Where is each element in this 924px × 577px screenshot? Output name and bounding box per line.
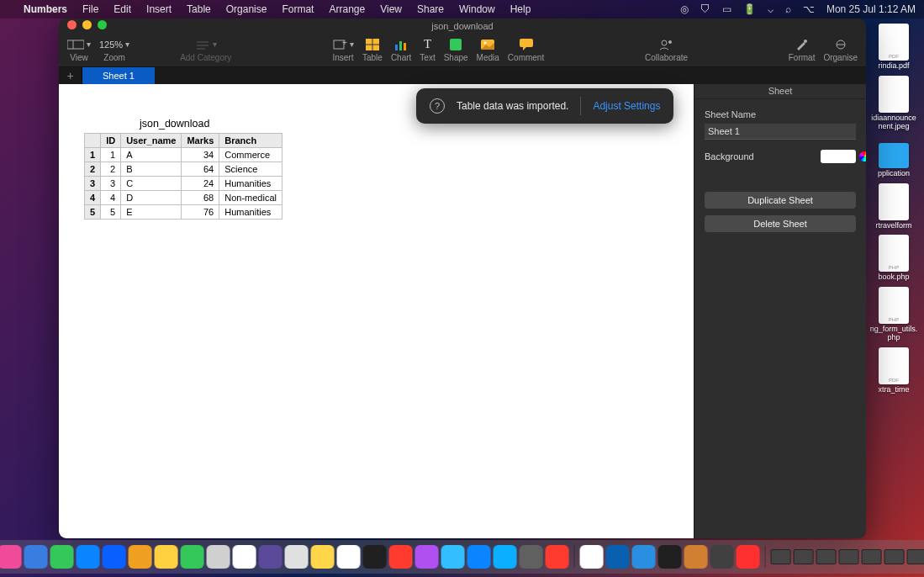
toolbar-view[interactable]: ▾ View (67, 37, 91, 62)
dock-minimized-window[interactable] (906, 549, 924, 564)
row-header[interactable]: 1 (85, 148, 101, 162)
dock-app-icon[interactable] (631, 545, 655, 569)
dock-app-icon[interactable] (467, 545, 490, 569)
background-color-picker[interactable] (821, 150, 856, 163)
menu-arrange[interactable]: Arrange (329, 3, 365, 15)
dock-app-icon[interactable] (154, 545, 177, 569)
dock-app-icon[interactable] (128, 545, 151, 569)
menu-organise[interactable]: Organise (226, 3, 267, 15)
desktop-file[interactable]: PDFxtra_time (869, 347, 918, 394)
menu-window[interactable]: Window (459, 3, 495, 15)
data-table[interactable]: ID User_name Marks Branch 1 1 A 34 Comme… (84, 133, 282, 220)
col-header[interactable]: ID (101, 134, 121, 148)
col-header[interactable]: User_name (121, 134, 182, 148)
clock[interactable]: Mon 25 Jul 1:12 AM (826, 3, 916, 15)
dock-app-icon[interactable] (657, 545, 681, 569)
control-center-icon[interactable]: ⌥ (803, 3, 815, 15)
dock-minimized-window[interactable] (838, 549, 858, 564)
cell[interactable]: Science (219, 162, 282, 177)
delete-sheet-button[interactable]: Delete Sheet (705, 215, 856, 232)
cell[interactable]: A (121, 148, 182, 162)
dock-app-icon[interactable] (102, 545, 125, 569)
corner-cell[interactable] (85, 134, 101, 148)
dock-app-icon[interactable] (24, 545, 47, 569)
minimize-icon[interactable] (82, 20, 92, 29)
cell[interactable]: 76 (182, 205, 219, 220)
cell[interactable]: 68 (182, 191, 219, 205)
table-title[interactable]: json_download (140, 118, 209, 130)
app-menu[interactable]: Numbers (24, 3, 67, 15)
dock-app-icon[interactable] (336, 545, 360, 569)
cell[interactable]: B (121, 162, 182, 177)
cell[interactable]: D (121, 191, 182, 205)
dock-app-icon[interactable] (50, 545, 73, 569)
inspector-tab-sheet[interactable]: Sheet (694, 84, 866, 99)
dock-app-icon[interactable] (493, 545, 516, 569)
row-header[interactable]: 5 (85, 205, 101, 220)
col-header[interactable]: Marks (182, 134, 219, 148)
menu-help[interactable]: Help (510, 3, 531, 15)
dock-minimized-window[interactable] (884, 549, 904, 564)
dock-minimized-window[interactable] (861, 549, 881, 564)
cell[interactable]: 4 (101, 191, 121, 205)
menu-table[interactable]: Table (187, 3, 211, 15)
sheet-name-input[interactable] (705, 124, 856, 140)
dock-app-icon[interactable] (310, 545, 334, 569)
toolbar-chart[interactable]: Chart (391, 37, 411, 62)
menu-format[interactable]: Format (282, 3, 314, 15)
toolbar-format[interactable]: Format (789, 37, 816, 62)
dock-app-icon[interactable] (605, 545, 629, 569)
dock-app-icon[interactable] (519, 545, 542, 569)
battery-icon[interactable]: 🔋 (743, 3, 756, 15)
toolbar-comment[interactable]: Comment (508, 37, 544, 62)
row-header[interactable]: 2 (85, 162, 101, 177)
col-header[interactable]: Branch (219, 134, 282, 148)
dock-minimized-window[interactable] (816, 549, 836, 564)
toolbar-table[interactable]: Table (362, 37, 383, 62)
cell[interactable]: Commerce (219, 148, 282, 162)
toolbar-text[interactable]: TText (420, 37, 435, 62)
cell[interactable]: Non-medical (219, 191, 282, 205)
dock-app-icon[interactable] (579, 545, 603, 569)
cell[interactable]: C (121, 177, 182, 191)
shield-icon[interactable]: ⛉ (700, 3, 710, 15)
dock-app-icon[interactable] (0, 545, 21, 569)
dock-app-icon[interactable] (736, 545, 759, 569)
desktop-file[interactable]: idiaannouncenent.jpeg (869, 76, 918, 131)
cell[interactable]: Humanities (219, 177, 282, 191)
display-icon[interactable]: ▭ (722, 3, 731, 15)
dock-app-icon[interactable] (284, 545, 308, 569)
dock-minimized-window[interactable] (770, 549, 790, 564)
cell[interactable]: 3 (101, 177, 121, 191)
dock-app-icon[interactable] (441, 545, 464, 569)
sheet-canvas[interactable]: json_download ID User_name Marks Branch … (59, 84, 694, 538)
cell[interactable]: 5 (101, 205, 121, 220)
cell[interactable]: Humanities (219, 205, 282, 220)
dock-app-icon[interactable] (232, 545, 256, 569)
wifi-icon[interactable]: ⌵ (768, 3, 774, 15)
close-icon[interactable] (67, 20, 77, 29)
sheet-tab[interactable]: Sheet 1 (82, 67, 155, 84)
toolbar-organise[interactable]: Organise (823, 37, 858, 62)
desktop-file[interactable]: PDFrindia.pdf (869, 24, 918, 71)
row-header[interactable]: 3 (85, 177, 101, 191)
dock-app-icon[interactable] (710, 545, 733, 569)
menu-view[interactable]: View (380, 3, 402, 15)
toolbar-media[interactable]: Media (477, 37, 499, 62)
search-icon[interactable]: ⌕ (785, 3, 791, 15)
duplicate-sheet-button[interactable]: Duplicate Sheet (705, 192, 856, 209)
window-titlebar[interactable]: json_download (59, 19, 866, 32)
toolbar-zoom[interactable]: 125%▾ Zoom (99, 37, 129, 62)
menu-insert[interactable]: Insert (146, 3, 172, 15)
dock-minimized-window[interactable] (793, 549, 813, 564)
cell[interactable]: 64 (182, 162, 219, 177)
toolbar-collaborate[interactable]: Collaborate (645, 37, 688, 62)
desktop-file[interactable]: PHPbook.php (869, 235, 918, 282)
row-header[interactable]: 4 (85, 191, 101, 205)
adjust-settings-link[interactable]: Adjust Settings (593, 100, 660, 112)
dock-app-icon[interactable] (180, 545, 203, 569)
dock-app-icon[interactable] (206, 545, 230, 569)
desktop-file[interactable]: rtravelform (869, 183, 918, 230)
toolbar-insert[interactable]: +▾Insert (332, 37, 354, 62)
menu-edit[interactable]: Edit (114, 3, 131, 15)
